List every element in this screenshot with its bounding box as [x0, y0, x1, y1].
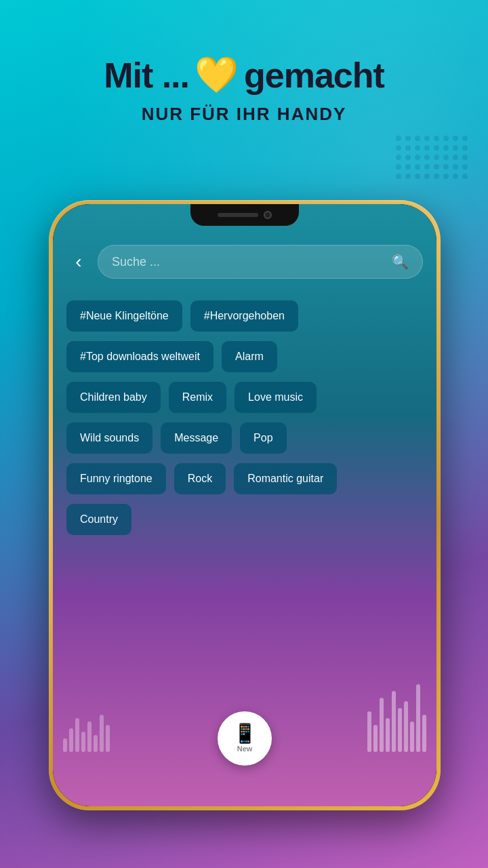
tag-rock[interactable]: Rock — [174, 463, 226, 494]
title-part1: Mit ... — [104, 55, 189, 96]
tag-alarm[interactable]: Alarm — [222, 341, 277, 372]
tags-row-4: Funny ringtone Rock Romantic guitar — [66, 463, 423, 494]
tags-row-2: Children baby Remix Love music — [66, 382, 423, 413]
back-button[interactable]: ‹ — [66, 251, 91, 273]
subtitle: NUR FÜR IHR HANDY — [0, 104, 488, 125]
new-button-label: New — [237, 745, 253, 753]
tag-hervorgehoben[interactable]: #Hervorgehoben — [190, 300, 298, 332]
title-part2: gemacht — [244, 55, 384, 96]
tag-wild-sounds[interactable]: Wild sounds — [66, 422, 152, 454]
tag-pop[interactable]: Pop — [240, 422, 286, 454]
front-camera — [264, 211, 272, 219]
tag-remix[interactable]: Remix — [169, 382, 226, 413]
tag-neue-klingeltoene[interactable]: #Neue Klingeltöne — [66, 300, 182, 332]
tag-message[interactable]: Message — [161, 422, 232, 454]
phone-inner: ‹ Suche ... 🔍 #Neue Klingeltöne #Hervorg… — [53, 204, 436, 806]
tags-row-3: Wild sounds Message Pop — [66, 422, 423, 454]
tags-container: #Neue Klingeltöne #Hervorgehoben #Top do… — [53, 290, 436, 546]
tag-funny-ringtone[interactable]: Funny ringtone — [66, 463, 166, 494]
heart-icon: 💛 — [195, 54, 239, 96]
speaker-grille — [218, 213, 258, 217]
phone-notch — [190, 204, 299, 226]
search-bar[interactable]: Suche ... 🔍 — [98, 245, 423, 279]
tags-row-1: #Top downloads weltweit Alarm — [66, 341, 423, 372]
search-placeholder: Suche ... — [112, 255, 160, 269]
phone-screen: ‹ Suche ... 🔍 #Neue Klingeltöne #Hervorg… — [53, 204, 436, 806]
tags-row-0: #Neue Klingeltöne #Hervorgehoben — [66, 300, 423, 332]
music-bars-left — [63, 715, 110, 752]
phone-frame: ‹ Suche ... 🔍 #Neue Klingeltöne #Hervorg… — [49, 200, 441, 810]
header: Mit ... 💛 gemacht NUR FÜR IHR HANDY — [0, 54, 488, 125]
tag-romantic-guitar[interactable]: Romantic guitar — [234, 463, 337, 494]
tag-children-baby[interactable]: Children baby — [66, 382, 161, 413]
tag-country[interactable]: Country — [66, 504, 131, 535]
tag-love-music[interactable]: Love music — [235, 382, 317, 413]
new-button-icon: 📱 — [233, 724, 257, 743]
tag-top-downloads[interactable]: #Top downloads weltweit — [66, 341, 214, 372]
search-icon: 🔍 — [392, 254, 409, 270]
dots-decoration — [396, 136, 468, 179]
music-bars-right — [367, 684, 426, 752]
search-bar-container: ‹ Suche ... 🔍 — [53, 231, 436, 290]
tags-row-5: Country — [66, 504, 423, 535]
new-button[interactable]: 📱 New — [218, 711, 272, 766]
